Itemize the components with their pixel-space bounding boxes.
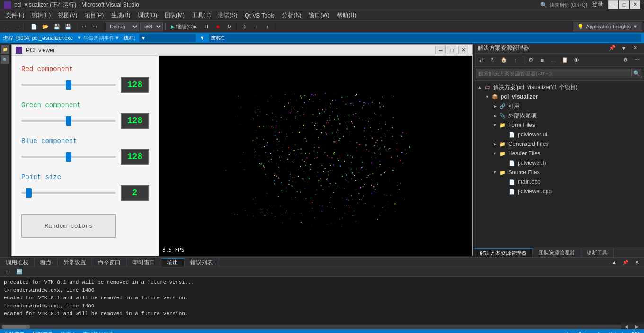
menu-debug[interactable]: 调试(D) [134,10,161,20]
output-btn-2[interactable]: 🔤 [14,267,25,277]
menu-help[interactable]: 帮助(H) [333,10,360,20]
green-slider-thumb[interactable] [66,116,71,126]
pointcloud-canvas[interactable] [159,56,472,256]
se-up-btn[interactable]: ↑ [510,55,520,65]
toolbar-new-btn[interactable]: 📄 [29,22,39,31]
output-up-btn[interactable]: ▲ [609,258,619,267]
se-props-btn[interactable]: 📋 [560,55,570,65]
viewport-3d[interactable]: 8.5 FPS [159,56,472,256]
platform-select[interactable]: x64 x86 [140,22,163,31]
output-tab-callstack[interactable]: 调用堆栈 [0,258,35,267]
restart-btn[interactable]: ↻ [224,22,234,31]
se-collapse-btn[interactable]: — [548,55,559,65]
thread-select[interactable]: ▼ [139,34,196,42]
solution-search-input[interactable] [476,69,632,78]
output-close-btn[interactable]: ✕ [632,258,642,267]
tree-references[interactable]: ▶ 🔗 引用 [474,101,644,111]
win-restore-button[interactable]: □ [619,0,629,9]
toolbar-save-btn[interactable]: 💾 [52,22,62,31]
blue-slider-thumb[interactable] [66,152,71,162]
win-close-button[interactable]: ✕ [630,0,640,9]
step-over-btn[interactable]: ⤵ [239,22,250,31]
step-in-btn[interactable]: ↓ [251,22,261,31]
menu-project[interactable]: 项目(P) [81,10,107,20]
pcl-minimize-btn[interactable]: ─ [435,46,446,54]
se-home-btn[interactable]: 🏠 [499,55,509,65]
menu-view[interactable]: 视图(V) [54,10,81,20]
tree-pclviewer-h[interactable]: 📄 pclviewer.h [474,158,644,168]
search-field[interactable]: 搜索栏 [209,34,641,42]
search-execute-btn[interactable]: 🔍 [632,69,642,78]
tree-source-files[interactable]: ▼ 📁 Source Files [474,168,644,177]
status-locals[interactable]: 局部变量 [32,331,53,333]
se-expand-btn[interactable]: ≡ [537,55,547,65]
random-colors-button[interactable]: Random colors [21,214,116,238]
status-find-symbol[interactable]: 查找符号结果 [83,331,114,333]
side-icon-search[interactable]: 🔍 [1,55,9,64]
win-minimize-button[interactable]: ─ [608,0,618,9]
toolbar-fwd-btn[interactable]: → [13,22,24,31]
scrollbar-thumb[interactable] [2,325,30,329]
status-auto-window[interactable]: 自动窗口 [4,331,25,333]
se-preview-btn[interactable]: 👁 [571,55,582,65]
pin-button[interactable]: 📌 [607,44,618,53]
se-extra-btn[interactable]: ⋯ [632,55,642,65]
point-size-slider-thumb[interactable] [26,188,32,198]
menu-qtvs[interactable]: Qt VS Tools [241,11,278,20]
step-out-btn[interactable]: ↑ [262,22,273,31]
menu-analyze[interactable]: 分析(N) [278,10,305,20]
output-tab-exceptions[interactable]: 异常设置 [58,258,92,267]
red-slider-thumb[interactable] [66,80,71,90]
se-refresh-btn[interactable]: ↻ [487,55,498,65]
tree-header-files[interactable]: ▼ 📁 Header Files [474,149,644,158]
tree-generated-files[interactable]: ▶ 📁 Generated Files [474,139,644,149]
tree-form-files[interactable]: ▼ 📁 Form Files [474,120,644,130]
menu-file[interactable]: 文件(F) [2,10,28,20]
output-tab-command[interactable]: 命令窗口 [92,258,127,267]
output-btn-1[interactable]: ≡ [2,267,12,277]
panel-menu-button[interactable]: ▼ [618,44,629,53]
se-sync-btn[interactable]: ⇄ [476,55,486,65]
tree-pclviewer-ui[interactable]: 📄 pclviewer.ui [474,130,644,139]
stop-btn[interactable]: ■ [212,22,223,31]
output-pin-btn[interactable]: 📌 [620,258,631,267]
toolbar-redo-btn[interactable]: ↪ [90,22,100,31]
menu-edit[interactable]: 编辑(E) [28,10,54,20]
se-filter-btn[interactable]: ⚙ [526,55,536,65]
scroll-right-btn[interactable]: ▶ [632,322,642,332]
menu-build[interactable]: 生成(B) [107,10,134,20]
output-tab-output[interactable]: 输出 [161,258,185,267]
output-tab-errorlist[interactable]: 错误列表 [185,258,219,267]
tree-pclviewer-cpp[interactable]: 📄 pclviewer.cpp [474,187,644,196]
output-tab-immediate[interactable]: 即时窗口 [127,258,161,267]
scroll-left-btn[interactable]: ◀ [621,322,632,332]
menu-tools[interactable]: 工具(T) [188,10,214,20]
status-watch[interactable]: 监视 1 [61,331,75,333]
se-settings-btn[interactable]: ⚙ [620,55,631,65]
menu-window[interactable]: 窗口(W) [305,10,333,20]
tree-main-cpp[interactable]: 📄 main.cpp [474,177,644,187]
pause-btn[interactable]: ⏸ [201,22,212,31]
output-tab-breakpoints[interactable]: 断点 [35,258,58,267]
menu-test[interactable]: 测试(S) [214,10,241,20]
tree-solution[interactable]: ▲ 🗂 解决方案'pcl_visualizer'(1 个项目) [474,82,644,92]
debug-config-select[interactable]: Debug Release [106,22,139,31]
tree-project[interactable]: ▼ 📦 pcl_visualizer [474,92,644,101]
toolbar-undo-btn[interactable]: ↩ [79,22,89,31]
minimize-button[interactable]: 🔍 [538,0,549,10]
side-icon-explorer[interactable]: 📁 [1,45,9,54]
pcl-restore-btn[interactable]: □ [447,46,457,54]
tab-team-explorer[interactable]: 团队资源管理器 [533,248,581,257]
tab-diagnostics[interactable]: 诊断工具 [581,248,614,257]
continue-btn[interactable]: ▶ 继续(C)▶ [168,22,200,31]
tree-ext-deps[interactable]: ▶ 📎 外部依赖项 [474,111,644,120]
menu-team[interactable]: 团队(M) [161,10,188,20]
panel-close-button[interactable]: ✕ [630,44,640,53]
tab-solution-explorer[interactable]: 解决方案资源管理器 [474,248,533,257]
toolbar-open-btn[interactable]: 📂 [40,22,51,31]
app-insights-button[interactable]: 💡 Application Insights ▼ [573,22,642,31]
status-blog-link[interactable]: https://blog.csdn.net/xiaolong361 [564,331,640,333]
toolbar-back-btn[interactable]: ← [2,22,12,31]
toolbar-saveall-btn[interactable]: 💾 [63,22,73,31]
pcl-close-btn[interactable]: ✕ [458,46,468,54]
